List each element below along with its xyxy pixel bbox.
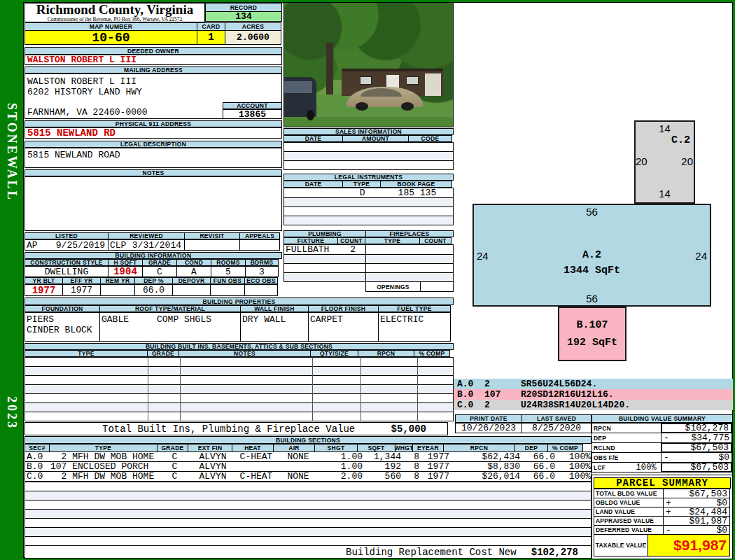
legend-sec: A.0 [454, 379, 484, 389]
vs-value: $102,278 [685, 423, 731, 433]
cell: 100% [556, 472, 592, 481]
map-number-value: 10-60 [24, 30, 197, 45]
empty-row [24, 536, 592, 546]
value-summary-row: LCF 100% $67,503 [592, 462, 733, 472]
cell: C [159, 472, 190, 481]
builtins-type-header: TYPE [24, 350, 148, 357]
plumbing-header: PLUMBING [284, 230, 366, 237]
notes-header: NOTES [24, 169, 282, 176]
cell: $8,830 [451, 462, 523, 471]
c2-bottom-dim: 14 [634, 188, 695, 200]
mailing-address-header: MAILING ADDRESS [24, 66, 282, 74]
cell: 107 ENCLOSED PORCH [50, 462, 159, 471]
vs-value: $67,503 [690, 442, 731, 453]
empty-row [24, 366, 454, 376]
a2-sqft: 1344 SqFt [472, 265, 711, 276]
vs-value: $67,503 [690, 462, 731, 472]
foundation-line: CINDER BLOCK [27, 325, 92, 335]
revisit-header: REVISIT [184, 232, 240, 239]
cond-value: A [176, 266, 211, 277]
cell: 66.0 [523, 452, 556, 461]
building-section-row: A.0 2 MFH DW MOB HOME C ALVYN C-HEAT NON… [24, 451, 592, 462]
fireplace-type-header: TYPE [365, 237, 420, 244]
empty-row [24, 412, 454, 421]
column-divider [360, 357, 361, 421]
building-info-values-2: 1977 1977 66.0 [24, 284, 282, 296]
built-ins-total-row: Total Built Ins, Plumbing & Fireplace Va… [24, 422, 448, 435]
sales-date-header: DATE [284, 135, 343, 142]
b107-sqft: 192 SqFt [558, 337, 626, 349]
floor-finish-value: CARPET [308, 312, 379, 342]
empty-row [24, 518, 592, 528]
empty-row [24, 491, 592, 500]
empty-row [284, 216, 454, 225]
plumbing-count-header: COUNT [337, 237, 365, 244]
cell: C [159, 452, 190, 461]
vs-label: DEP [592, 433, 662, 443]
county-title-box: Richmond County, Virginia Commissioner o… [24, 3, 205, 22]
construction-style-value: DWELLING [24, 266, 108, 277]
cond-header: COND [176, 259, 211, 266]
empty-row [284, 206, 454, 216]
sketch-legend-row: B.0 107 R20SD12R16U12L16. [454, 389, 733, 400]
tree-trunk [326, 43, 333, 94]
yrblt-value: 1977 [24, 284, 63, 296]
cell: 2.00 [319, 472, 363, 481]
reviewed-code: CLP [110, 240, 126, 251]
empty-row [24, 509, 592, 519]
print-saved-headers: PRINT DATE LAST SAVED [455, 414, 592, 423]
ps-label: TOTAL BLDG VALUE [594, 489, 664, 498]
cell: B.0 [25, 462, 50, 471]
building-properties-column-headers: FOUNDATION ROOF TYPE/MATERIAL WALL FINIS… [24, 305, 454, 312]
house-siding [425, 74, 441, 95]
cell: 2 MFH DW MOB HOME [50, 472, 159, 481]
instrument-type-value: D [343, 188, 382, 198]
fixture-value: FULLBATH [284, 244, 329, 255]
plumbing-fireplace-column-headers: FIXTURE COUNT TYPE COUNT [284, 237, 454, 244]
cell: NONE [277, 472, 319, 481]
legend-sec: C.0 [454, 400, 484, 410]
cell: C-HEAT [235, 472, 277, 481]
revisit-value [184, 239, 240, 251]
deeded-owner-value: WALSTON ROBERT L III [24, 55, 282, 65]
cell: 1977 [419, 452, 451, 461]
legend-trace: SR56U24L56D24. [521, 379, 597, 389]
a2-name: A.2 [472, 249, 711, 261]
taxable-value-row: TAXABLE VALUE $91,987 [594, 534, 731, 556]
parcel-summary-row: APPRAISED VALUE $91,987 [594, 516, 731, 526]
bdrms-value: 3 [245, 266, 279, 277]
empty-row [284, 142, 454, 152]
column-divider [148, 357, 148, 421]
vs-label: RPCN [592, 423, 662, 433]
empty-row [24, 357, 454, 367]
physical-address-header: PHYSICAL 911 ADDRESS [24, 120, 282, 127]
remyr-value [100, 284, 135, 296]
legend-code: 107 [484, 389, 521, 400]
property-photo [284, 2, 454, 127]
district-label: STONEWALL [0, 105, 23, 199]
cell: C.0 [25, 472, 50, 481]
legal-description-header: LEGAL DESCRIPTION [24, 141, 282, 148]
taxable-label: TAXABLE VALUE [594, 534, 648, 556]
cell: C-HEAT [235, 452, 277, 461]
empty-row [284, 254, 366, 264]
mailing-line: 6202 HISTORY LAND HWY [27, 87, 279, 97]
appeals-header: APPEALS [239, 232, 280, 239]
foundation-line: PIERS [27, 314, 54, 325]
cell: ALVYN [190, 472, 235, 481]
appeals-value [239, 239, 280, 251]
foundation-header: FOUNDATION [24, 305, 100, 312]
house-window [406, 76, 418, 85]
fixture-count-value: 2 [350, 244, 365, 255]
cell: A.0 [25, 452, 50, 461]
empty-row [284, 263, 366, 273]
empty-row [284, 197, 454, 207]
sales-code-header: CODE [408, 135, 452, 142]
column-divider [180, 357, 181, 421]
rooms-header: ROOMS [211, 259, 246, 266]
sketch-section-b107 [558, 307, 626, 361]
vs-label: RCLND [592, 442, 662, 453]
visit-headers: LISTED REVIEWED REVISIT APPEALS [24, 232, 282, 239]
cell: 192 [363, 462, 401, 471]
empty-row [365, 254, 454, 264]
